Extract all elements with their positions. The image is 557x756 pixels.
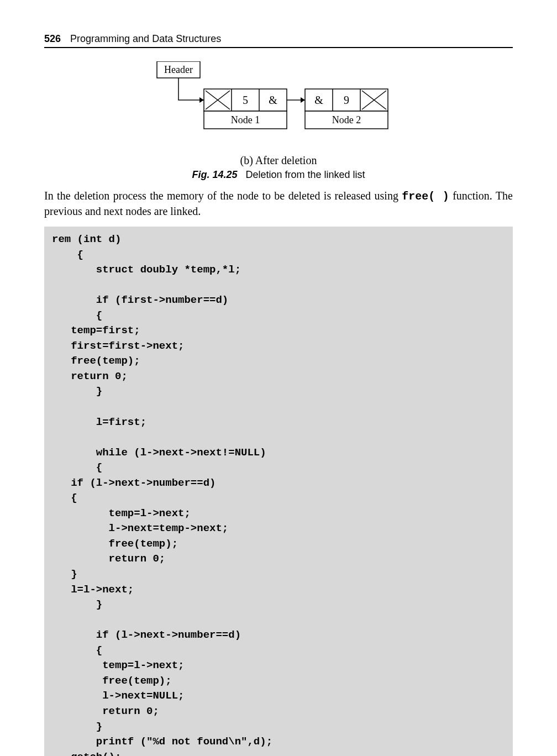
svg-marker-1 <box>199 97 204 103</box>
node1-label: Node 1 <box>231 114 260 125</box>
figure-caption: Fig. 14.25 Deletion from the linked list <box>44 169 513 181</box>
linked-list-svg: Header 5 & Node 1 & 9 <box>151 61 406 150</box>
node2-label: Node 2 <box>332 114 361 125</box>
node2-ptr: & <box>314 94 323 106</box>
header-box-label: Header <box>164 64 193 75</box>
figure-label: Fig. 14.25 <box>192 169 237 180</box>
node1-ptr: & <box>269 94 277 106</box>
figure-diagram: Header 5 & Node 1 & 9 <box>44 61 513 150</box>
subcaption: (b) After deletion <box>44 154 513 167</box>
node1-value: 5 <box>243 94 248 106</box>
paragraph-pre: In the deletion process the memory of th… <box>44 190 402 202</box>
figure-text: Deletion from the linked list <box>245 169 365 180</box>
running-header: 526 Programming and Data Structures <box>44 33 513 48</box>
book-title: Programming and Data Structures <box>70 33 221 44</box>
node2-value: 9 <box>344 94 349 106</box>
page-number: 526 <box>44 33 61 44</box>
page: 526 Programming and Data Structures Head… <box>0 0 557 756</box>
paragraph: In the deletion process the memory of th… <box>44 188 513 219</box>
svg-marker-8 <box>301 97 305 103</box>
paragraph-func: free( ) <box>402 190 449 203</box>
code-block: rem (int d) { struct doubly *temp,*l; if… <box>44 227 513 756</box>
